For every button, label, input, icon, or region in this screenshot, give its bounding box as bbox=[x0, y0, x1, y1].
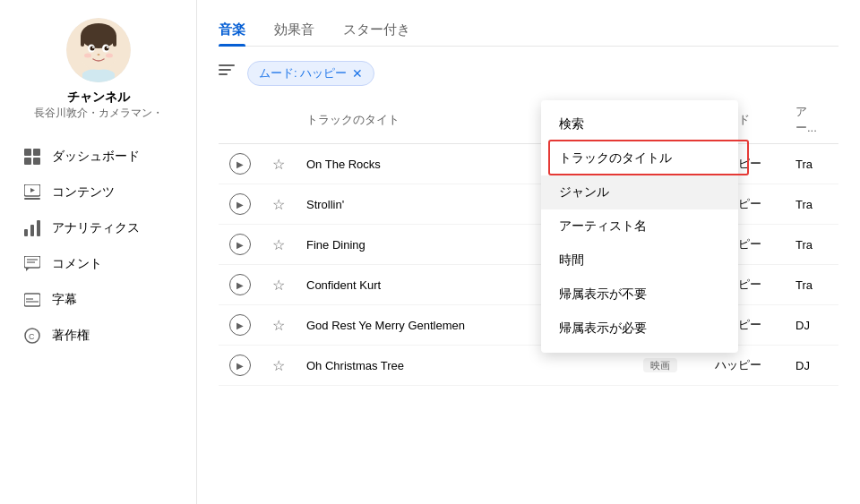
avatar bbox=[66, 18, 131, 82]
svg-point-9 bbox=[92, 47, 94, 48]
sidebar-item-comments[interactable]: コメント bbox=[9, 246, 187, 282]
table-row: ▶ ☆ Strollin' ハッピー Tra bbox=[219, 184, 838, 225]
filter-icon[interactable] bbox=[219, 64, 236, 82]
play-cell: ▶ bbox=[219, 184, 262, 225]
mood-filter-chip[interactable]: ムード: ハッピー ✕ bbox=[247, 61, 374, 86]
filter-bar: ムード: ハッピー ✕ 検索 トラックのタイトル ジャンル アーティスト名 時 bbox=[219, 61, 838, 86]
dropdown-item-genre[interactable]: ジャンル bbox=[541, 175, 738, 209]
svg-rect-15 bbox=[33, 149, 40, 156]
svg-rect-23 bbox=[37, 220, 40, 236]
table-row: ▶ ☆ On The Rocks ハッピー Tra bbox=[219, 144, 838, 184]
content-icon bbox=[23, 184, 41, 201]
star-button[interactable]: ☆ bbox=[272, 318, 285, 333]
main-content: 音楽 効果音 スター付き ムード: ハッピー ✕ 検索 bbox=[197, 0, 860, 504]
play-cell: ▶ bbox=[219, 305, 262, 346]
sidebar-item-label: コンテンツ bbox=[52, 184, 115, 201]
star-button[interactable]: ☆ bbox=[272, 278, 285, 293]
svg-text:C: C bbox=[29, 332, 35, 341]
play-button[interactable]: ▶ bbox=[229, 153, 251, 175]
tab-sfx[interactable]: 効果音 bbox=[274, 14, 314, 46]
play-cell: ▶ bbox=[219, 144, 262, 184]
chip-label: ムード: ハッピー bbox=[259, 65, 347, 81]
channel-subtitle: 長谷川敦介・カメラマン・ bbox=[34, 106, 163, 121]
dropdown-item-artist[interactable]: アーティスト名 bbox=[541, 209, 738, 243]
subtitles-icon bbox=[23, 291, 41, 309]
sidebar-item-content[interactable]: コンテンツ bbox=[9, 175, 187, 210]
star-button[interactable]: ☆ bbox=[272, 237, 285, 252]
star-cell: ☆ bbox=[262, 225, 296, 265]
svg-rect-4 bbox=[113, 36, 116, 47]
sidebar-item-label: 字幕 bbox=[52, 292, 77, 308]
play-cell: ▶ bbox=[219, 265, 262, 305]
dropdown-item-no-attribution[interactable]: 帰属表示が不要 bbox=[541, 278, 738, 312]
sidebar-item-label: 著作権 bbox=[52, 328, 90, 344]
table-row: ▶ ☆ Oh Christmas Tree 映画 ハッピー DJ bbox=[219, 346, 838, 386]
star-button[interactable]: ☆ bbox=[272, 157, 285, 172]
star-cell: ☆ bbox=[262, 265, 296, 305]
table-row: ▶ ☆ Fine Dining ハッピー Tra bbox=[219, 225, 838, 265]
svg-rect-28 bbox=[24, 294, 40, 306]
star-button[interactable]: ☆ bbox=[272, 197, 285, 212]
channel-name: チャンネル bbox=[67, 90, 130, 106]
sidebar-item-analytics[interactable]: アナリティクス bbox=[9, 210, 187, 246]
artist-cell: Tra bbox=[785, 144, 838, 184]
svg-rect-17 bbox=[33, 158, 40, 165]
svg-rect-3 bbox=[81, 36, 84, 47]
comment-icon bbox=[23, 255, 41, 273]
table-row: ▶ ☆ God Rest Ye Merry Gentlemen 映画 ハッピー … bbox=[219, 305, 838, 346]
nav-menu: ダッシュボード コンテンツ bbox=[0, 139, 196, 354]
sidebar-item-copyright[interactable]: C 著作権 bbox=[9, 318, 187, 354]
svg-point-13 bbox=[106, 54, 113, 58]
tab-starred[interactable]: スター付き bbox=[343, 14, 410, 46]
svg-rect-16 bbox=[24, 158, 31, 165]
star-cell: ☆ bbox=[262, 144, 296, 184]
sidebar: チャンネル 長谷川敦介・カメラマン・ ダッシュボード bbox=[0, 0, 197, 504]
dropdown-item-duration[interactable]: 時間 bbox=[541, 243, 738, 278]
tab-music[interactable]: 音楽 bbox=[219, 14, 245, 46]
copyright-icon: C bbox=[23, 327, 41, 345]
svg-rect-21 bbox=[24, 229, 28, 236]
artist-cell: DJ bbox=[785, 346, 838, 386]
channel-info: チャンネル 長谷川敦介・カメラマン・ bbox=[34, 18, 163, 121]
svg-point-7 bbox=[90, 47, 94, 51]
tab-bar: 音楽 効果音 スター付き bbox=[219, 14, 838, 47]
svg-point-2 bbox=[81, 23, 116, 48]
play-button[interactable]: ▶ bbox=[229, 274, 251, 295]
artist-cell: DJ bbox=[785, 305, 838, 346]
star-button[interactable]: ☆ bbox=[272, 358, 285, 373]
analytics-icon bbox=[23, 219, 41, 237]
chip-close-button[interactable]: ✕ bbox=[352, 67, 363, 80]
play-button[interactable]: ▶ bbox=[229, 314, 251, 336]
svg-marker-19 bbox=[30, 188, 35, 192]
svg-rect-20 bbox=[24, 198, 40, 200]
svg-point-12 bbox=[84, 54, 91, 58]
star-cell: ☆ bbox=[262, 305, 296, 346]
dropdown-item-with-attribution[interactable]: 帰属表示が必要 bbox=[541, 312, 738, 346]
play-cell: ▶ bbox=[219, 225, 262, 265]
svg-point-10 bbox=[107, 47, 108, 48]
col-play bbox=[219, 97, 262, 144]
artist-cell: Tra bbox=[785, 184, 838, 225]
table-row: ▶ ☆ Confident Kurt ハッピー Tra bbox=[219, 265, 838, 305]
grid-icon bbox=[23, 148, 41, 166]
svg-rect-22 bbox=[30, 225, 34, 236]
play-cell: ▶ bbox=[219, 346, 262, 386]
star-cell: ☆ bbox=[262, 184, 296, 225]
col-artist-header: アー... bbox=[785, 97, 838, 144]
play-button[interactable]: ▶ bbox=[229, 193, 251, 215]
artist-cell: Tra bbox=[785, 225, 838, 265]
sidebar-item-label: ダッシュボード bbox=[52, 149, 140, 165]
sidebar-item-dashboard[interactable]: ダッシュボード bbox=[9, 139, 187, 175]
svg-point-11 bbox=[97, 54, 99, 56]
track-table: トラックのタイト ムード アー... ▶ bbox=[219, 97, 838, 490]
col-star bbox=[262, 97, 296, 144]
play-button[interactable]: ▶ bbox=[229, 355, 251, 376]
sidebar-item-label: アナリティクス bbox=[52, 220, 140, 236]
sidebar-item-subtitles[interactable]: 字幕 bbox=[9, 282, 187, 318]
artist-cell: Tra bbox=[785, 265, 838, 305]
play-button[interactable]: ▶ bbox=[229, 234, 251, 255]
svg-point-8 bbox=[104, 47, 108, 51]
dropdown-item-track-title[interactable]: トラックのタイトル bbox=[541, 141, 738, 175]
dropdown-item-search[interactable]: 検索 bbox=[541, 107, 738, 141]
sidebar-item-label: コメント bbox=[52, 256, 102, 272]
